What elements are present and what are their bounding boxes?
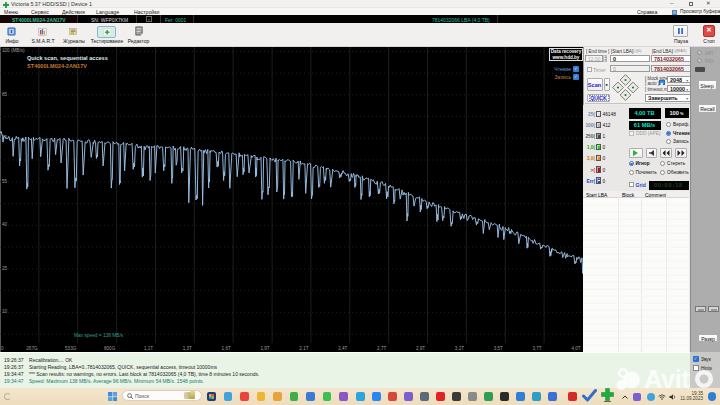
svg-text:3,7T: 3,7T xyxy=(532,346,541,351)
svg-text:267G: 267G xyxy=(26,346,38,351)
svg-text:800G: 800G xyxy=(104,346,116,351)
svg-text:1,6T: 1,6T xyxy=(222,346,231,351)
svg-text:85: 85 xyxy=(2,92,8,97)
svg-text:2,9T: 2,9T xyxy=(416,346,425,351)
svg-text:40: 40 xyxy=(2,222,8,227)
svg-text:0: 0 xyxy=(1,346,4,351)
svg-text:25: 25 xyxy=(2,266,8,271)
svg-text:533G: 533G xyxy=(65,346,77,351)
svg-text:100 (MB/s): 100 (MB/s) xyxy=(2,48,25,53)
svg-text:1,1T: 1,1T xyxy=(144,346,153,351)
svg-text:55: 55 xyxy=(2,179,8,184)
svg-text:3,5T: 3,5T xyxy=(494,346,503,351)
svg-text:4,0T: 4,0T xyxy=(571,346,580,351)
svg-text:1,3T: 1,3T xyxy=(183,346,192,351)
svg-text:Avit: Avit xyxy=(644,365,690,393)
svg-text:1,9T: 1,9T xyxy=(260,346,269,351)
svg-text:10: 10 xyxy=(2,309,8,314)
svg-text:3,2T: 3,2T xyxy=(455,346,464,351)
svg-text:2,4T: 2,4T xyxy=(338,346,347,351)
svg-text:2,1T: 2,1T xyxy=(299,346,308,351)
svg-text:2,7T: 2,7T xyxy=(377,346,386,351)
